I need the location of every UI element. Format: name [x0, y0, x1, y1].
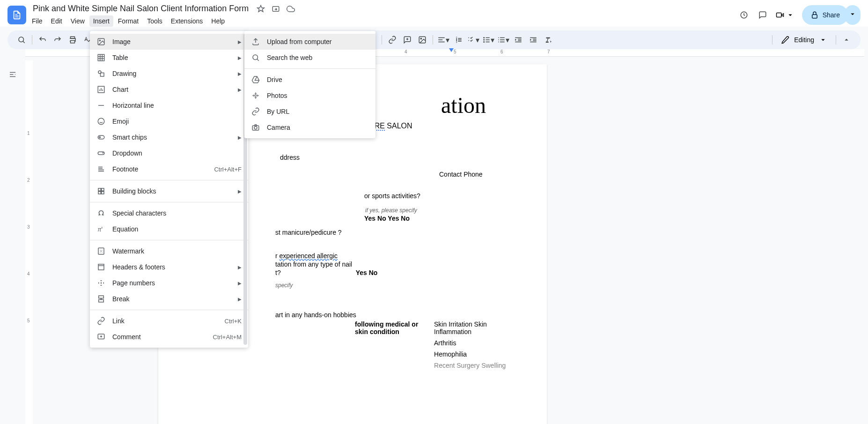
- menu-insert[interactable]: Insert: [89, 15, 113, 27]
- menu-edit[interactable]: Edit: [47, 15, 66, 27]
- insert-item-special-characters[interactable]: Special characters: [90, 205, 248, 221]
- chevron-right-icon: ▶: [238, 189, 242, 194]
- decrease-indent-icon[interactable]: [512, 33, 525, 46]
- undo-icon[interactable]: [36, 33, 49, 46]
- redo-icon[interactable]: [51, 33, 64, 46]
- bulleted-list-icon[interactable]: ▾: [482, 33, 495, 46]
- blocks-icon: [96, 186, 106, 196]
- docs-logo[interactable]: [7, 6, 26, 24]
- menu-help[interactable]: Help: [207, 15, 228, 27]
- drive-icon: [251, 75, 260, 84]
- comment-icon: [96, 332, 106, 342]
- share-button[interactable]: Share: [802, 5, 848, 25]
- svg-rect-26: [102, 192, 104, 194]
- link-icon[interactable]: [386, 33, 399, 46]
- add-comment-icon[interactable]: [401, 33, 414, 46]
- insert-dropdown-menu: Image▶Table▶Drawing▶Chart▶Horizontal lin…: [90, 31, 248, 348]
- chevron-right-icon: ▶: [238, 281, 242, 286]
- history-icon[interactable]: [738, 9, 750, 21]
- insert-item-emoji[interactable]: Emoji: [90, 113, 248, 129]
- svg-point-34: [253, 55, 258, 60]
- star-icon[interactable]: [256, 4, 265, 14]
- share-dropdown[interactable]: [845, 5, 861, 25]
- svg-rect-25: [98, 192, 101, 194]
- menu-extensions[interactable]: Extensions: [167, 15, 206, 27]
- insert-item-equation[interactable]: πxEquation: [90, 221, 248, 237]
- headers-icon: [96, 262, 106, 272]
- svg-text:x: x: [101, 226, 103, 229]
- camera-icon: [251, 123, 260, 132]
- menu-view[interactable]: View: [67, 15, 88, 27]
- watermark-icon: [96, 246, 106, 256]
- insert-item-break[interactable]: Break▶: [90, 291, 248, 307]
- doc-title[interactable]: Pink and White Simple Nail Salon Client …: [31, 3, 250, 15]
- share-label: Share: [823, 11, 840, 19]
- image-item-upload-from-computer[interactable]: Upload from computer: [244, 34, 375, 50]
- image-item-drive[interactable]: Drive: [244, 72, 375, 88]
- svg-point-8: [420, 38, 421, 39]
- chevron-right-icon: ▶: [238, 87, 242, 92]
- insert-item-page-numbers[interactable]: Page numbers▶: [90, 275, 248, 291]
- pagenum-icon: [96, 278, 106, 288]
- dropdown-icon: [96, 149, 106, 158]
- insert-item-comment[interactable]: CommentCtrl+Alt+M: [90, 329, 248, 345]
- insert-item-headers-&-footers[interactable]: Headers & footers▶: [90, 259, 248, 275]
- insert-item-smart-chips[interactable]: Smart chips▶: [90, 129, 248, 145]
- menu-tools[interactable]: Tools: [143, 15, 166, 27]
- hr-icon: [96, 101, 106, 110]
- insert-item-chart[interactable]: Chart▶: [90, 82, 248, 97]
- move-icon[interactable]: [271, 4, 280, 14]
- image-submenu: Upload from computerSearch the webDriveP…: [244, 31, 375, 138]
- align-icon[interactable]: ▾: [437, 33, 450, 46]
- image-item-photos[interactable]: Photos: [244, 88, 375, 104]
- comments-icon[interactable]: [757, 9, 768, 21]
- insert-item-drawing[interactable]: Drawing▶: [90, 66, 248, 82]
- insert-item-dropdown[interactable]: Dropdown: [90, 145, 248, 161]
- chart-icon: [96, 85, 106, 94]
- svg-point-21: [99, 137, 101, 138]
- omega-icon: [96, 208, 106, 218]
- search-icon: [251, 53, 260, 62]
- indent-marker[interactable]: [449, 48, 454, 52]
- image-item-search-the-web[interactable]: Search the web: [244, 50, 375, 66]
- search-tool-icon[interactable]: [15, 33, 28, 46]
- clear-formatting-icon[interactable]: [542, 33, 555, 46]
- menu-file[interactable]: File: [28, 15, 46, 27]
- collapse-toolbar-icon[interactable]: [840, 33, 853, 46]
- outline-icon[interactable]: [4, 66, 21, 83]
- menu-bar: File Edit View Insert Format Tools Exten…: [28, 15, 734, 27]
- meet-button[interactable]: [776, 11, 794, 19]
- menu-format[interactable]: Format: [114, 15, 142, 27]
- image-item-by-url[interactable]: By URL: [244, 104, 375, 119]
- insert-item-horizontal-line[interactable]: Horizontal line: [90, 97, 248, 113]
- insert-item-image[interactable]: Image▶: [90, 34, 248, 50]
- cloud-status-icon[interactable]: [286, 4, 295, 14]
- insert-item-link[interactable]: LinkCtrl+K: [90, 313, 248, 329]
- chevron-right-icon: ▶: [238, 71, 242, 76]
- chips-icon: [96, 133, 106, 142]
- print-icon[interactable]: [66, 33, 79, 46]
- vertical-ruler[interactable]: 1 2 3 4 5: [25, 60, 33, 424]
- image-icon: [96, 37, 106, 46]
- insert-item-table[interactable]: Table▶: [90, 50, 248, 66]
- insert-image-icon[interactable]: [416, 33, 429, 46]
- svg-rect-31: [99, 296, 104, 298]
- emoji-icon: [96, 117, 106, 126]
- insert-item-footnote[interactable]: FootnoteCtrl+Alt+F: [90, 161, 248, 177]
- svg-point-9: [483, 37, 485, 38]
- checklist-icon[interactable]: ▾: [467, 33, 480, 46]
- insert-item-watermark[interactable]: Watermark: [90, 243, 248, 259]
- svg-point-10: [483, 39, 485, 41]
- increase-indent-icon[interactable]: [527, 33, 540, 46]
- svg-point-36: [254, 126, 257, 129]
- numbered-list-icon[interactable]: ▾: [497, 33, 510, 46]
- svg-point-19: [98, 118, 104, 125]
- footnote-icon: [96, 164, 106, 174]
- editing-mode-button[interactable]: Editing: [776, 34, 832, 46]
- insert-item-building-blocks[interactable]: Building blocks▶: [90, 183, 248, 199]
- image-item-camera[interactable]: Camera: [244, 119, 375, 135]
- editing-mode-label: Editing: [794, 36, 814, 44]
- chevron-right-icon: ▶: [238, 265, 242, 270]
- svg-point-4: [19, 37, 24, 42]
- line-spacing-icon[interactable]: [452, 33, 465, 46]
